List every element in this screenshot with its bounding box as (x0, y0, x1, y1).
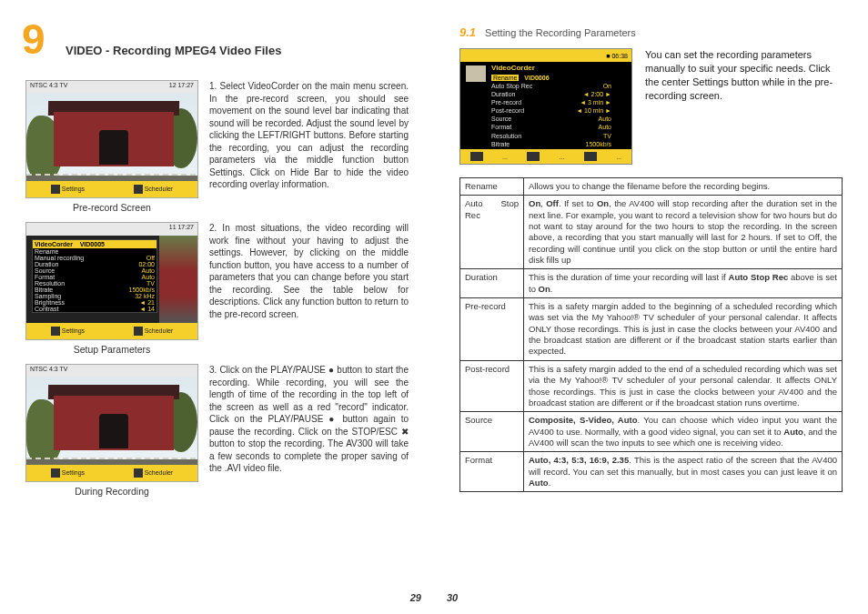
page-number-right: 30 (447, 592, 458, 603)
gear-icon (51, 327, 60, 336)
param-name: Auto Stop Rec (460, 196, 524, 269)
param-desc: On, Off. If set to On, the AV400 will st… (524, 196, 843, 269)
section-number: 9.1 (459, 25, 476, 39)
menu-row: ResolutionTV (491, 132, 611, 140)
calendar-icon (134, 468, 143, 478)
paragraph-1: 1. Select VideoCorder on the main menu s… (209, 80, 409, 191)
menu-row: Pre-record◄ 3 min ► (491, 98, 611, 106)
osd-bottombar: Settings Scheduler (26, 181, 197, 197)
osd-title: VideoCorder (491, 64, 535, 72)
menu-row: Bitrate1500kb/s (491, 140, 611, 148)
table-row: Pre-recordThis is a safety margin added … (460, 298, 843, 361)
param-desc: Composite, S-Video, Auto. You can choose… (524, 412, 843, 452)
table-row: SourceComposite, S-Video, Auto. You can … (460, 412, 843, 452)
param-name: Duration (460, 269, 524, 298)
gear-icon (51, 185, 60, 194)
figure-during-recording: NTSC 4:3 TV Settings Scheduler (25, 364, 198, 482)
figure-pre-record: NTSC 4:3 TV12 17:27 Settings Scheduler (25, 80, 198, 198)
menu-row: Duration02:00 (33, 261, 156, 267)
osdbar-text: 12 17:27 (169, 82, 194, 93)
figure-setup-params: 11 17:27 VideoCorder VID0005 RenameManua… (25, 222, 198, 340)
osd-bottombar: Settings Scheduler (26, 323, 197, 339)
section-heading: 9.1 Setting the Recording Parameters (459, 25, 843, 39)
menu-row: Rename (33, 248, 156, 255)
row-1: NTSC 4:3 TV12 17:27 Settings Scheduler P… (25, 80, 409, 218)
page-number-left: 29 (410, 592, 421, 603)
osd-menu: Rename VID0006 Auto Stop RecOnDuration◄ … (491, 75, 611, 156)
osdbar-text: NTSC 4:3 TV (30, 366, 68, 377)
table-row: Auto Stop RecOn, Off. If set to On, the … (460, 196, 843, 269)
param-desc: Allows you to change the filename before… (524, 178, 843, 196)
table-row: DurationThis is the duration of time you… (460, 269, 843, 298)
osdbar-text: NTSC 4:3 TV (30, 82, 68, 93)
setup-menu: VideoCorder VID0005 RenameManual recordi… (32, 239, 157, 313)
param-desc: This is the duration of time your record… (524, 269, 843, 298)
intro-paragraph: You can set the recording parameters man… (645, 48, 843, 165)
menu-row: SourceAuto (33, 267, 156, 274)
menu-row: FormatAuto (33, 274, 156, 280)
chapter-number: 9 (22, 18, 45, 60)
page-left: 9 VIDEO - Recording MPEG4 Video Files NT… (0, 0, 434, 614)
osd-bottombar: Settings Scheduler (26, 465, 197, 481)
figure-caption: During Recording (25, 486, 198, 497)
param-name: Post-record (460, 360, 524, 411)
table-row: Post-recordThis is a safety margin added… (460, 360, 843, 411)
param-name: Source (460, 412, 524, 452)
osd-time: ■ 06:38 (606, 53, 628, 59)
paragraph-3: 3. Click on the PLAY/PAUSE ● button to s… (209, 364, 409, 475)
menu-row: Post-record◄ 10 min ► (491, 106, 611, 115)
menu-row: Sampling32 kHz (33, 293, 156, 299)
paragraph-2: 2. In most situations, the video recordi… (209, 222, 409, 320)
osdbar-text: 11 17:27 (169, 224, 194, 235)
calendar-icon (134, 185, 143, 194)
row-3: NTSC 4:3 TV Settings Scheduler During Re… (25, 364, 409, 502)
menu-row: FormatAuto (491, 123, 611, 131)
osd-bottombar: ......... (460, 149, 631, 164)
param-name: Pre-record (460, 298, 524, 361)
menu-row: Duration◄ 2:00 ► (491, 90, 611, 98)
menu-row: SourceAuto (491, 115, 611, 123)
page-title: VIDEO - Recording MPEG4 Video Files (66, 44, 281, 57)
calendar-icon (134, 327, 143, 336)
gear-icon (51, 468, 60, 478)
menu-row: ResolutionTV (33, 280, 156, 287)
menu-row: Bitrate1500kb/s (33, 287, 156, 293)
param-name: Format (460, 452, 524, 492)
figure-caption: Pre-record Screen (25, 202, 198, 213)
menu-row: Manual recordingOff (33, 255, 156, 261)
param-name: Rename (460, 178, 524, 196)
menu-row: Brightness◄ 21 (33, 299, 156, 306)
section-title: Setting the Recording Parameters (485, 27, 636, 38)
camcorder-icon (466, 65, 486, 82)
param-desc: This is a safety margin added to the end… (524, 360, 843, 411)
figure-caption: Setup Parameters (25, 344, 198, 355)
table-row: RenameAllows you to change the filename … (460, 178, 843, 196)
menu-row: Contrast◄ 14 (33, 306, 156, 312)
param-desc: Auto, 4:3, 5:3, 16:9, 2.35. This is the … (524, 452, 843, 492)
menu-row: Auto Stop RecOn (491, 82, 611, 90)
param-desc: This is a safety margin added to the beg… (524, 298, 843, 361)
page-right: 9.1 Setting the Recording Parameters ■ 0… (434, 0, 868, 614)
figure-settings-screen: ■ 06:38 VideoCorder Rename VID0006 Auto … (459, 48, 632, 165)
row-2: 11 17:27 VideoCorder VID0005 RenameManua… (25, 222, 409, 360)
parameters-table: RenameAllows you to change the filename … (459, 177, 843, 492)
table-row: FormatAuto, 4:3, 5:3, 16:9, 2.35. This i… (460, 452, 843, 492)
